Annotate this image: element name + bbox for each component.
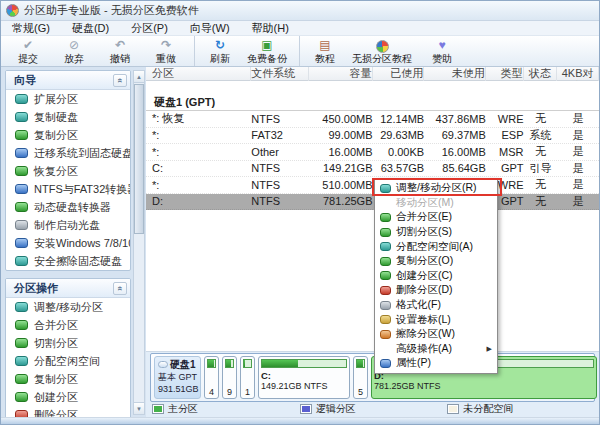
context-menu-item[interactable]: 移动分区(M) bbox=[375, 196, 497, 211]
context-menu-item[interactable]: 删除分区(D) bbox=[375, 283, 497, 298]
context-menu-item[interactable]: 设置卷标(L) bbox=[375, 312, 497, 327]
context-menu-item-label: 移动分区(M) bbox=[396, 196, 454, 210]
sidebar-scrollbar[interactable]: ▲ ▼ bbox=[133, 70, 145, 415]
sidebar-wizard-item[interactable]: 扩展分区 bbox=[6, 90, 130, 108]
context-menu-item[interactable]: 擦除分区(W) bbox=[375, 327, 497, 342]
commit-check-icon bbox=[23, 39, 33, 53]
toolbar-button[interactable]: 无损分区教程 bbox=[345, 36, 419, 66]
sidebar-item-label: 复制分区 bbox=[34, 128, 78, 143]
toolbar-button[interactable]: 免费备份 bbox=[240, 36, 294, 66]
status-bar bbox=[1, 417, 599, 424]
partition-row[interactable]: *: FAT32 99.00MB 29.63MB 69.37MB ESP 系统 … bbox=[146, 128, 599, 145]
partition-block[interactable]: 9 bbox=[222, 356, 237, 399]
toolbar-button[interactable]: 赞助 bbox=[419, 36, 465, 66]
context-menu-item[interactable]: 切割分区(S) bbox=[375, 225, 497, 240]
partition-row[interactable]: D: NTFS 781.25GB 446.10GB 335.15GB GPT 无… bbox=[146, 194, 599, 211]
column-header[interactable]: 类型 bbox=[486, 67, 524, 81]
disk-info-card[interactable]: 硬盘1 基本 GPT 931.51GB bbox=[154, 356, 201, 399]
menubar-item[interactable]: 分区(P) bbox=[120, 21, 179, 36]
sidebar-ops-item[interactable]: 分配空闲空间 bbox=[6, 352, 130, 370]
disk-icon bbox=[15, 148, 28, 158]
sidebar-wizard-item[interactable]: 安全擦除固态硬盘 bbox=[6, 252, 130, 270]
scroll-down-icon[interactable]: ▼ bbox=[134, 402, 144, 414]
column-header[interactable]: 分区 bbox=[152, 67, 251, 81]
scrollbar-thumb[interactable] bbox=[134, 84, 144, 234]
partition-row[interactable]: *: Other 16.00MB 0.00KB 16.00MB MSR 无 是 bbox=[146, 144, 599, 161]
context-menu-item[interactable]: 调整/移动分区(R) bbox=[375, 181, 497, 196]
menu-item-icon bbox=[380, 242, 391, 251]
sidebar-wizard-item[interactable]: 安装Windows 7/8/10到... bbox=[6, 234, 130, 252]
cell-used: 12.14MB bbox=[373, 113, 425, 125]
sidebar-wizard-item[interactable]: 迁移系统到固态硬盘 bbox=[6, 144, 130, 162]
cell-capacity: 149.21GB bbox=[309, 162, 373, 174]
disk-group-row[interactable]: 硬盘1 (GPT) bbox=[146, 94, 599, 111]
scroll-up-icon[interactable]: ▲ bbox=[134, 71, 144, 83]
sidebar-ops-item[interactable]: 创建分区 bbox=[6, 388, 130, 406]
usage-bar bbox=[225, 359, 234, 368]
menu-item-icon bbox=[380, 301, 391, 310]
collapse-chevron-icon[interactable]: « bbox=[113, 282, 127, 295]
menu-item-icon bbox=[380, 228, 391, 237]
column-header[interactable]: 已使用 bbox=[373, 67, 425, 81]
toolbar-button[interactable]: 放弃 bbox=[51, 36, 97, 66]
partition-row[interactable]: *: 恢复 NTFS 450.00MB 12.14MB 437.86MB WRE… bbox=[146, 111, 599, 128]
toolbar-button[interactable]: 重做 bbox=[143, 36, 189, 66]
sidebar-ops-item[interactable]: 删除分区 bbox=[6, 406, 130, 417]
toolbar-button[interactable]: 教程 bbox=[299, 36, 345, 66]
menu-item-icon bbox=[380, 315, 391, 324]
menu-item-icon bbox=[380, 184, 391, 193]
toolbar-button[interactable]: 撤销 bbox=[97, 36, 143, 66]
toolbar-button[interactable]: 提交 bbox=[5, 36, 51, 66]
partition-ops-panel-title: 分区操作 bbox=[14, 281, 58, 296]
column-header[interactable]: 4KB对齐 bbox=[557, 67, 599, 81]
context-menu-item[interactable]: 合并分区(E) bbox=[375, 210, 497, 225]
sidebar-ops-item[interactable]: 复制分区 bbox=[6, 370, 130, 388]
sidebar-ops-item[interactable]: 合并分区 bbox=[6, 316, 130, 334]
sidebar-wizard-item[interactable]: 恢复分区 bbox=[6, 162, 130, 180]
sidebar-ops-item[interactable]: 切割分区 bbox=[6, 334, 130, 352]
context-menu-item[interactable]: 创建分区(C) bbox=[375, 269, 497, 284]
sidebar-wizard-item[interactable]: 复制硬盘 bbox=[6, 108, 130, 126]
context-menu-item[interactable]: 分配空闲空间(A) bbox=[375, 239, 497, 254]
sidebar-wizard-item[interactable]: 复制分区 bbox=[6, 126, 130, 144]
context-menu-item[interactable]: 格式化(F) bbox=[375, 298, 497, 313]
sidebar-wizard-item[interactable]: 制作启动光盘 bbox=[6, 216, 130, 234]
cell-status: 无 bbox=[524, 177, 558, 192]
menubar-item[interactable]: 常规(G) bbox=[1, 21, 61, 36]
context-menu-item-label: 切割分区(S) bbox=[396, 225, 452, 239]
partition-block[interactable]: 1 bbox=[240, 356, 255, 399]
disk-icon bbox=[15, 184, 28, 194]
table-header: 分区 文件系统 容量 已使用 未使用 类型 状态 4KB对齐 bbox=[146, 67, 599, 81]
legend-color-swatch bbox=[152, 404, 164, 414]
context-menu-item-label: 分配空闲空间(A) bbox=[396, 240, 473, 254]
disk-icon bbox=[158, 361, 168, 368]
context-menu-item[interactable]: 属性(P) bbox=[375, 356, 497, 371]
column-header[interactable]: 状态 bbox=[524, 67, 558, 81]
column-header[interactable]: 未使用 bbox=[424, 67, 486, 81]
context-menu-item-label: 高级操作(A) bbox=[396, 342, 452, 356]
menubar-item[interactable]: 帮助(H) bbox=[241, 21, 300, 36]
cell-unused: 437.86MB bbox=[424, 113, 486, 125]
legend-label: 逻辑分区 bbox=[316, 402, 356, 416]
partition-row[interactable]: C: NTFS 149.21GB 63.57GB 85.64GB GPT 引导 … bbox=[146, 161, 599, 178]
collapse-chevron-icon[interactable]: « bbox=[113, 74, 127, 87]
partition-table-area: 分区 文件系统 容量 已使用 未使用 类型 状态 4KB对齐 硬盘1 (GPT)… bbox=[146, 67, 599, 417]
sidebar-wizard-item[interactable]: NTFS与FAT32转换器 bbox=[6, 180, 130, 198]
column-header[interactable]: 容量 bbox=[309, 67, 373, 81]
partition-row[interactable]: *: NTFS 510.00MB 437.50MB 72.50MB WRE 无 … bbox=[146, 177, 599, 194]
context-menu-item[interactable]: 复制分区(O) bbox=[375, 254, 497, 269]
cell-unused: 85.64GB bbox=[424, 162, 486, 174]
toolbar-button-label: 撤销 bbox=[110, 53, 130, 64]
sidebar-ops-item[interactable]: 调整/移动分区 bbox=[6, 298, 130, 316]
toolbar-button[interactable]: 刷新 bbox=[194, 36, 240, 66]
partition-block[interactable]: C: 149.21GB NTFS bbox=[258, 356, 350, 399]
column-header[interactable]: 文件系统 bbox=[251, 67, 309, 81]
context-menu-item[interactable]: 高级操作(A) ▶ bbox=[375, 342, 497, 357]
partition-block[interactable]: 5 bbox=[353, 356, 368, 399]
legend-color-swatch bbox=[447, 404, 459, 414]
menubar-item[interactable]: 硬盘(D) bbox=[61, 21, 120, 36]
sidebar-wizard-item[interactable]: 动态硬盘转换器 bbox=[6, 198, 130, 216]
partition-block[interactable]: 4 bbox=[204, 356, 219, 399]
cell-4k-aligned: 是 bbox=[557, 161, 599, 176]
menubar-item[interactable]: 向导(W) bbox=[179, 21, 241, 36]
